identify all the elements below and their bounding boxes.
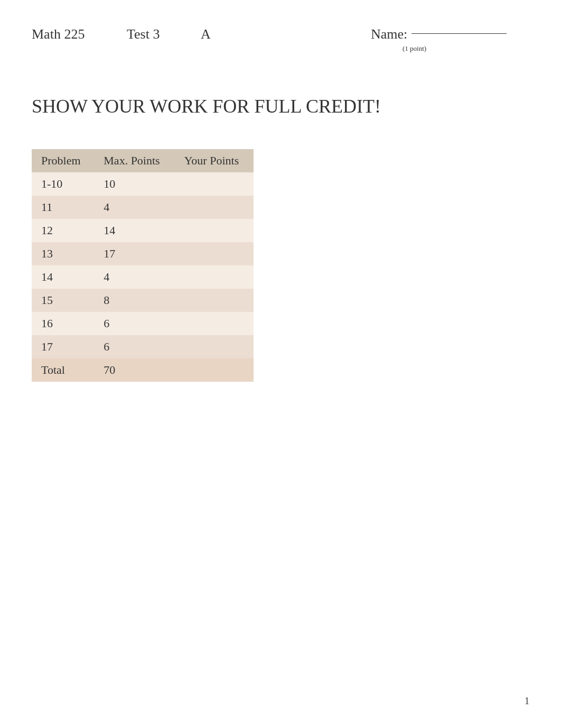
test-label: Test 3 [127, 26, 169, 42]
table-row: 1214 [32, 219, 254, 242]
cell-problem: 13 [32, 242, 94, 265]
table-row: 1-1010 [32, 172, 254, 196]
score-table: Problem Max. Points Your Points 1-101011… [32, 149, 254, 382]
cell-max-points: 4 [94, 265, 174, 289]
name-underline [412, 33, 507, 34]
cell-problem: 16 [32, 312, 94, 335]
name-section: Name: (1 point) [371, 26, 529, 53]
course-label: Math 225 [32, 26, 95, 42]
cell-your-points [175, 312, 254, 335]
cell-max-points: 14 [94, 219, 174, 242]
cell-your-points [175, 196, 254, 219]
page-number: 1 [525, 696, 529, 707]
cell-your-points [175, 219, 254, 242]
cell-problem: 12 [32, 219, 94, 242]
col-your-points: Your Points [175, 149, 254, 172]
cell-max-points: 10 [94, 172, 174, 196]
table-row: 144 [32, 265, 254, 289]
cell-max-points: 4 [94, 196, 174, 219]
table-header-row: Problem Max. Points Your Points [32, 149, 254, 172]
cell-max-points: 8 [94, 289, 174, 312]
col-problem: Problem [32, 149, 94, 172]
name-line: Name: [371, 26, 507, 42]
cell-max-points: 17 [94, 242, 174, 265]
col-max-points: Max. Points [94, 149, 174, 172]
points-note: (1 point) [403, 44, 426, 53]
version-label: A [201, 26, 222, 42]
cell-total-label: Total [32, 358, 94, 382]
table-total-row: Total70 [32, 358, 254, 382]
header: Math 225 Test 3 A Name: (1 point) [32, 26, 529, 53]
cell-total-your [175, 358, 254, 382]
table-row: 166 [32, 312, 254, 335]
cell-problem: 11 [32, 196, 94, 219]
cell-problem: 17 [32, 335, 94, 358]
show-work-heading: SHOW YOUR WORK FOR FULL CREDIT! [32, 95, 529, 117]
cell-your-points [175, 242, 254, 265]
table-row: 1317 [32, 242, 254, 265]
cell-your-points [175, 172, 254, 196]
cell-your-points [175, 265, 254, 289]
cell-max-points: 6 [94, 312, 174, 335]
cell-total-max: 70 [94, 358, 174, 382]
cell-problem: 14 [32, 265, 94, 289]
header-left: Math 225 Test 3 A [32, 26, 371, 42]
cell-problem: 15 [32, 289, 94, 312]
name-label: Name: [371, 26, 407, 42]
cell-your-points [175, 335, 254, 358]
cell-max-points: 6 [94, 335, 174, 358]
cell-problem: 1-10 [32, 172, 94, 196]
table-row: 176 [32, 335, 254, 358]
table-row: 114 [32, 196, 254, 219]
page: Math 225 Test 3 A Name: (1 point) SHOW Y… [0, 0, 561, 728]
cell-your-points [175, 289, 254, 312]
table-row: 158 [32, 289, 254, 312]
